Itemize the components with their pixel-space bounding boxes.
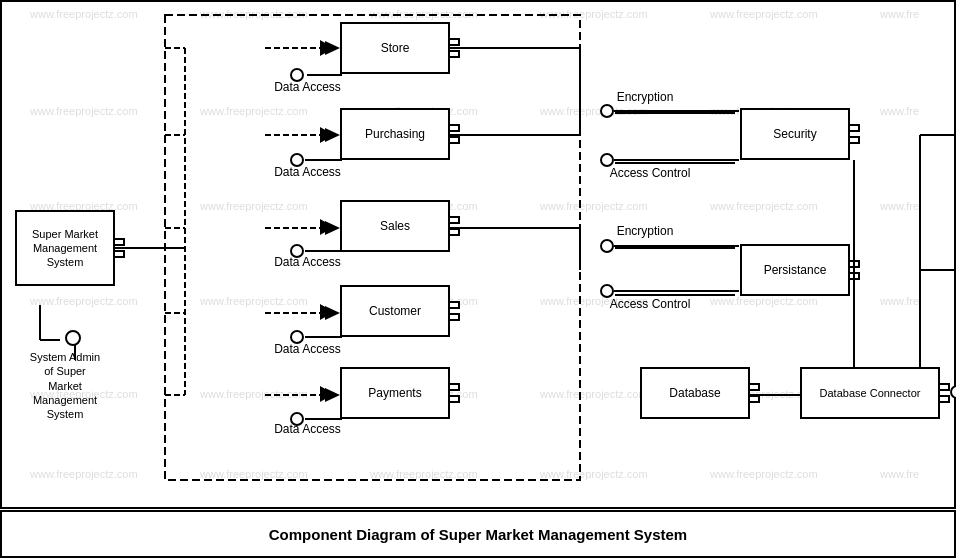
watermark: www.fre	[880, 8, 919, 20]
component-notch	[448, 301, 460, 309]
lollipop-line	[614, 159, 739, 161]
encryption-1-label: Encryption	[600, 90, 690, 104]
database-label: Database	[669, 386, 720, 400]
component-notch	[938, 395, 950, 403]
watermark: www.fre	[880, 105, 919, 117]
data-access-3-label: Data Access	[265, 255, 350, 269]
customer-arrow	[320, 304, 334, 320]
security-component: Security	[740, 108, 850, 160]
component-notch	[448, 313, 460, 321]
watermark: www.freeprojectz.com	[200, 468, 308, 480]
watermark: www.freeprojectz.com	[200, 388, 308, 400]
watermark: www.freeprojectz.com	[540, 8, 648, 20]
database-connector-component: Database Connector	[800, 367, 940, 419]
watermark: www.freeprojectz.com	[710, 468, 818, 480]
component-notch	[938, 383, 950, 391]
component-notch	[448, 383, 460, 391]
caption-bar: Component Diagram of Super Market Manage…	[0, 510, 956, 558]
watermark: www.freeprojectz.com	[710, 295, 818, 307]
persistance-label: Persistance	[764, 263, 827, 277]
component-notch	[113, 250, 125, 258]
access-control-2-label: Access Control	[600, 297, 700, 311]
store-component: Store	[340, 22, 450, 74]
db-connector-lollipop	[950, 385, 956, 399]
right-vert-line	[853, 160, 855, 367]
watermark: www.freeprojectz.com	[200, 105, 308, 117]
watermark: www.freeprojectz.com	[370, 8, 478, 20]
watermark: www.freeprojectz.com	[200, 8, 308, 20]
data-access-4-label: Data Access	[265, 342, 350, 356]
data-access-2-label: Data Access	[265, 165, 350, 179]
watermark: www.freeprojectz.com	[30, 8, 138, 20]
watermark: www.freeprojectz.com	[540, 468, 648, 480]
component-notch	[448, 50, 460, 58]
lollipop-line	[305, 336, 342, 338]
data-access-1-label: Data Access	[265, 80, 350, 94]
watermark: www.freeprojectz.com	[200, 200, 308, 212]
persistance-component: Persistance	[740, 244, 850, 296]
watermark: www.freeprojectz.com	[30, 295, 138, 307]
payments-label: Payments	[368, 386, 421, 400]
data-access-5-label: Data Access	[265, 422, 350, 436]
purchasing-label: Purchasing	[365, 127, 425, 141]
sysadmin-label: System Adminof SuperMarketManagementSyst…	[10, 350, 120, 421]
customer-component: Customer	[340, 285, 450, 337]
watermark: www.freeprojectz.com	[370, 468, 478, 480]
purchasing-component: Purchasing	[340, 108, 450, 160]
component-notch	[748, 383, 760, 391]
watermark: www.freeprojectz.com	[30, 105, 138, 117]
customer-label: Customer	[369, 304, 421, 318]
diagram-caption: Component Diagram of Super Market Manage…	[269, 526, 687, 543]
sales-component: Sales	[340, 200, 450, 252]
lollipop-line	[614, 290, 739, 292]
encryption-2-label: Encryption	[600, 224, 690, 238]
payments-arrow	[320, 386, 334, 402]
component-notch	[448, 395, 460, 403]
watermark: www.fre	[880, 200, 919, 212]
component-notch	[848, 124, 860, 132]
component-notch	[448, 228, 460, 236]
component-notch	[748, 395, 760, 403]
purchasing-arrow	[320, 127, 334, 143]
lollipop-line	[305, 418, 342, 420]
component-notch	[448, 124, 460, 132]
sysadmin-lollipop	[65, 330, 81, 346]
lollipop-line	[305, 250, 342, 252]
watermark: www.freeprojectz.com	[540, 200, 648, 212]
payments-component: Payments	[340, 367, 450, 419]
component-notch	[113, 238, 125, 246]
watermark: www.freeprojectz.com	[540, 388, 648, 400]
component-notch	[448, 216, 460, 224]
security-label: Security	[773, 127, 816, 141]
database-component: Database	[640, 367, 750, 419]
watermark: www.freeprojectz.com	[30, 468, 138, 480]
encryption-bottom-lollipop	[600, 239, 614, 253]
access-control-top-lollipop	[600, 153, 614, 167]
watermark: www.freeprojectz.com	[710, 8, 818, 20]
access-control-1-label: Access Control	[600, 166, 700, 180]
lollipop-line	[305, 159, 342, 161]
supermarket-system-component: Super Market Management System	[15, 210, 115, 286]
component-notch	[848, 136, 860, 144]
store-label: Store	[381, 41, 410, 55]
access-control-bottom-lollipop	[600, 284, 614, 298]
lollipop-line	[614, 110, 739, 112]
watermark: www.fre	[880, 295, 919, 307]
component-notch	[448, 136, 460, 144]
watermark: www.freeprojectz.com	[710, 200, 818, 212]
encryption-top-lollipop	[600, 104, 614, 118]
sales-label: Sales	[380, 219, 410, 233]
supermarket-system-label: Super Market Management System	[17, 227, 113, 270]
watermark: www.fre	[880, 468, 919, 480]
lollipop-line	[614, 245, 739, 247]
database-connector-label: Database Connector	[820, 387, 921, 399]
component-notch	[448, 38, 460, 46]
lollipop-line	[307, 74, 342, 76]
sales-arrow	[320, 219, 334, 235]
store-arrow	[320, 40, 334, 56]
watermark: www.freeprojectz.com	[200, 295, 308, 307]
